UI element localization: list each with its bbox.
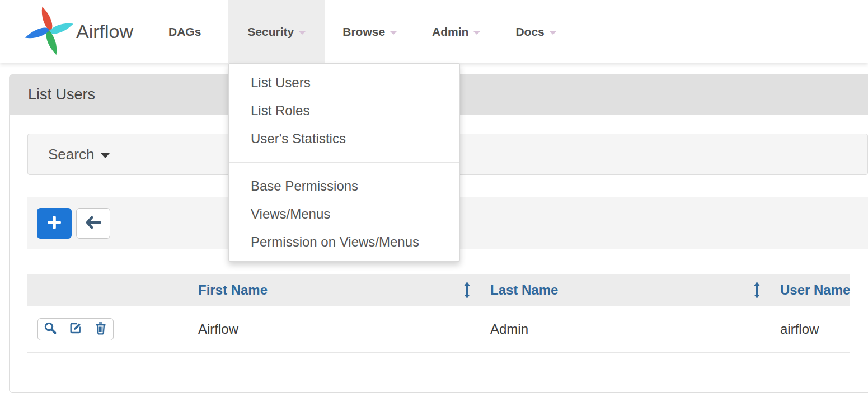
column-header-last-name[interactable]: Last Name [476, 274, 766, 306]
menu-item-base-permissions[interactable]: Base Permissions [229, 172, 459, 200]
cell-user-name: airflow [766, 306, 850, 352]
show-record-button[interactable] [37, 318, 63, 340]
edit-record-button[interactable] [63, 318, 88, 340]
main-nav: DAGs Security Browse Admin Docs [151, 0, 574, 63]
brand-home-link[interactable]: Airflow [24, 0, 133, 63]
sort-arrows-icon [753, 282, 761, 298]
airflow-pinwheel-logo-icon [24, 6, 75, 58]
caret-down-icon [101, 153, 110, 158]
delete-record-button[interactable] [88, 318, 114, 340]
cell-first-name: Airflow [184, 306, 476, 352]
users-table: First Name Last Name [27, 274, 850, 353]
nav-item-admin[interactable]: Admin [415, 0, 498, 63]
menu-item-users-statistics[interactable]: User's Statistics [229, 125, 459, 153]
chevron-down-icon [473, 31, 481, 35]
edit-pencil-icon [69, 321, 82, 337]
left-arrow-icon [85, 216, 102, 231]
nav-item-browse[interactable]: Browse [325, 0, 415, 63]
navbar: Airflow DAGs Security Browse Admin Docs [0, 0, 868, 63]
page: Airflow DAGs Security Browse Admin Docs [0, 0, 868, 398]
plus-icon [47, 215, 62, 231]
menu-item-list-users[interactable]: List Users [229, 69, 459, 97]
nav-item-docs[interactable]: Docs [498, 0, 574, 63]
column-header-user-name[interactable]: User Name [766, 274, 850, 306]
chevron-down-icon [298, 31, 306, 35]
back-button[interactable] [76, 208, 110, 239]
search-label: Search [48, 146, 94, 163]
sort-arrows-icon [463, 282, 471, 298]
actions-column-header [27, 274, 184, 306]
page-title: List Users [28, 86, 95, 103]
trash-icon [95, 321, 107, 337]
column-header-first-name[interactable]: First Name [184, 274, 476, 306]
cell-last-name: Admin [476, 306, 766, 352]
menu-item-permission-on-views-menus[interactable]: Permission on Views/Menus [229, 228, 459, 256]
menu-item-views-menus[interactable]: Views/Menus [229, 200, 459, 228]
chevron-down-icon [549, 31, 557, 35]
menu-item-list-roles[interactable]: List Roles [229, 97, 459, 125]
row-actions-cell [27, 306, 184, 352]
table-row: Airflow Admin airflow [27, 306, 850, 352]
nav-item-security[interactable]: Security [228, 0, 325, 63]
table-header-row: First Name Last Name [27, 274, 850, 306]
row-actions-group [37, 318, 114, 340]
security-dropdown-menu: List Users List Roles User's Statistics … [228, 63, 460, 262]
brand-label: Airflow [76, 21, 133, 42]
add-user-button[interactable] [37, 208, 72, 239]
magnifier-icon [44, 321, 57, 337]
nav-item-dags[interactable]: DAGs [151, 0, 218, 63]
menu-divider [229, 162, 459, 163]
chevron-down-icon [390, 31, 397, 35]
